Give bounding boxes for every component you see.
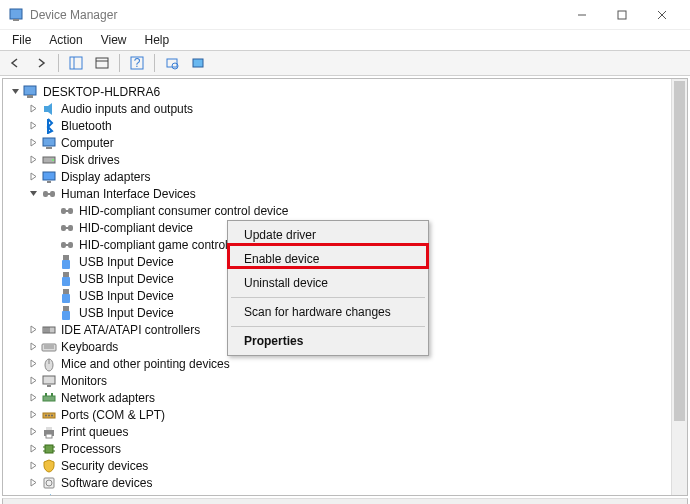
menu-action[interactable]: Action: [41, 31, 90, 49]
menu-help[interactable]: Help: [137, 31, 178, 49]
expand-placeholder: [45, 256, 57, 268]
expand-icon[interactable]: [27, 460, 39, 472]
svg-rect-36: [63, 255, 69, 260]
expand-placeholder: [45, 205, 57, 217]
svg-rect-56: [45, 393, 47, 396]
expand-icon[interactable]: [27, 426, 39, 438]
svg-rect-22: [43, 172, 55, 180]
tree-category[interactable]: Ports (COM & LPT): [7, 406, 687, 423]
tree-root[interactable]: DESKTOP-HLDRRA6: [7, 83, 687, 100]
tree-root-label: DESKTOP-HLDRRA6: [43, 85, 160, 99]
maximize-button[interactable]: [602, 0, 642, 30]
tree-category[interactable]: Mice and other pointing devices: [7, 355, 687, 372]
forward-button[interactable]: [30, 52, 52, 74]
tree-category[interactable]: Processors: [7, 440, 687, 457]
expand-icon[interactable]: [27, 409, 39, 421]
expand-placeholder: [45, 222, 57, 234]
tree-category[interactable]: Human Interface Devices: [7, 185, 687, 202]
menu-view[interactable]: View: [93, 31, 135, 49]
minimize-button[interactable]: [562, 0, 602, 30]
context-menu-item[interactable]: Properties: [230, 329, 426, 353]
svg-rect-3: [618, 11, 626, 19]
tree-category-label: Mice and other pointing devices: [61, 357, 230, 371]
collapse-icon[interactable]: [27, 188, 39, 200]
svg-point-60: [48, 414, 50, 416]
expand-icon[interactable]: [27, 171, 39, 183]
back-button[interactable]: [4, 52, 26, 74]
tree-category-label: Software devices: [61, 476, 152, 490]
tree-device[interactable]: HID-compliant consumer control device: [7, 202, 687, 219]
close-button[interactable]: [642, 0, 682, 30]
expand-icon[interactable]: [27, 358, 39, 370]
tree-category-label: Print queues: [61, 425, 128, 439]
tree-category[interactable]: Disk drives: [7, 151, 687, 168]
scan-button[interactable]: [161, 52, 183, 74]
scroll-right-button[interactable]: ▸: [671, 499, 687, 504]
tree-category[interactable]: Bluetooth: [7, 117, 687, 134]
tree-category[interactable]: Security devices: [7, 457, 687, 474]
svg-point-59: [45, 414, 47, 416]
toolbar-separator: [58, 54, 59, 72]
tree-category[interactable]: Display adapters: [7, 168, 687, 185]
expand-icon[interactable]: [27, 392, 39, 404]
context-menu-separator: [231, 297, 425, 298]
software-icon: [41, 475, 57, 491]
expand-icon[interactable]: [27, 375, 39, 387]
window-controls: [562, 0, 682, 30]
speaker-icon: [41, 101, 57, 117]
tree-category[interactable]: Sound, video and game controllers: [7, 491, 687, 496]
context-menu-item[interactable]: Uninstall device: [230, 271, 426, 295]
svg-rect-17: [44, 106, 48, 112]
display-icon: [41, 169, 57, 185]
ide-icon: [41, 322, 57, 338]
collapse-icon[interactable]: [9, 86, 21, 98]
app-icon: [8, 7, 24, 23]
svg-rect-63: [46, 427, 52, 430]
tree-category[interactable]: Network adapters: [7, 389, 687, 406]
expand-icon[interactable]: [27, 154, 39, 166]
svg-rect-37: [62, 260, 70, 269]
context-menu-item[interactable]: Enable device: [230, 247, 426, 271]
hid-icon: [59, 237, 75, 253]
hid-icon: [59, 203, 75, 219]
context-menu-item[interactable]: Update driver: [230, 223, 426, 247]
expand-icon[interactable]: [27, 477, 39, 489]
scrollbar-thumb[interactable]: [674, 81, 685, 421]
tree-category-label: Display adapters: [61, 170, 150, 184]
expand-icon[interactable]: [27, 120, 39, 132]
tree-category[interactable]: Audio inputs and outputs: [7, 100, 687, 117]
scroll-left-button[interactable]: ◂: [3, 499, 19, 504]
usb-icon: [59, 305, 75, 321]
expand-icon[interactable]: [27, 341, 39, 353]
expand-icon[interactable]: [27, 443, 39, 455]
svg-rect-15: [24, 86, 36, 95]
tree-device-label: USB Input Device: [79, 306, 174, 320]
svg-rect-0: [10, 9, 22, 19]
expand-icon[interactable]: [27, 137, 39, 149]
tree-device-label: USB Input Device: [79, 289, 174, 303]
show-hide-tree-button[interactable]: [65, 52, 87, 74]
expand-icon[interactable]: [27, 324, 39, 336]
tree-category[interactable]: Software devices: [7, 474, 687, 491]
tree-category-label: Bluetooth: [61, 119, 112, 133]
expand-placeholder: [45, 290, 57, 302]
horizontal-scrollbar[interactable]: ◂ ▸: [2, 498, 688, 504]
menubar: File Action View Help: [0, 30, 690, 50]
help-button[interactable]: ?: [126, 52, 148, 74]
vertical-scrollbar[interactable]: [671, 79, 687, 495]
svg-rect-18: [43, 138, 55, 146]
properties-button[interactable]: [91, 52, 113, 74]
svg-rect-39: [62, 277, 70, 286]
network-icon: [41, 390, 57, 406]
tree-category[interactable]: Computer: [7, 134, 687, 151]
expand-placeholder: [45, 273, 57, 285]
expand-icon[interactable]: [27, 494, 39, 497]
menu-file[interactable]: File: [4, 31, 39, 49]
add-legacy-button[interactable]: [187, 52, 209, 74]
tree-category[interactable]: Print queues: [7, 423, 687, 440]
usb-icon: [59, 254, 75, 270]
context-menu-item[interactable]: Scan for hardware changes: [230, 300, 426, 324]
tree-category[interactable]: Monitors: [7, 372, 687, 389]
tree-category-label: Ports (COM & LPT): [61, 408, 165, 422]
expand-icon[interactable]: [27, 103, 39, 115]
